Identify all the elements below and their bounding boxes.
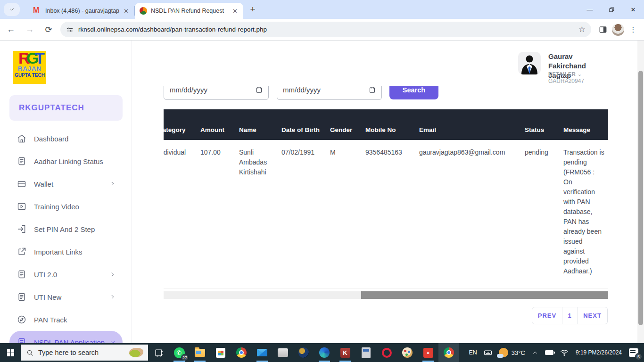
close-window-button[interactable]: ✕ — [622, 0, 644, 19]
restore-button[interactable] — [601, 0, 622, 19]
url-text: rknsdl.onlinepsa.com/dashboard/pan-trans… — [78, 26, 574, 33]
column-header-status: Status — [525, 109, 563, 140]
taskbar-scanner[interactable] — [272, 343, 293, 362]
document-icon — [17, 270, 26, 279]
taskbar-photos-app[interactable] — [293, 343, 314, 362]
network-indicator[interactable] — [557, 343, 572, 362]
site-settings-icon[interactable] — [66, 26, 74, 33]
calendar-icon[interactable] — [369, 86, 376, 93]
header-bar: Gaurav Fakirchand Jagtap RETAILER ⌄ GAUR… — [132, 41, 637, 86]
tab-gmail[interactable]: Inbox (4,486) - gauravjagtap86 ✕ — [28, 3, 134, 19]
video-icon — [17, 202, 26, 211]
sidebar-item-label: UTI 2.0 — [34, 271, 57, 279]
calculator-icon — [362, 347, 371, 358]
sidebar-item-label: Set PIN And 2 Step — [34, 225, 95, 233]
taskbar-edge[interactable] — [314, 343, 335, 362]
cell-gender: M — [330, 140, 365, 288]
sidebar-item-uti-new[interactable]: UTI New — [9, 286, 123, 308]
next-page-button[interactable]: NEXT — [577, 307, 607, 324]
taskbar-chrome-active[interactable] — [438, 343, 459, 362]
keyboard-button[interactable] — [480, 343, 495, 362]
tab-search-button[interactable] — [4, 3, 20, 16]
sidebar-item-wallet[interactable]: Wallet — [9, 173, 123, 195]
taskbar-mail[interactable] — [252, 343, 272, 362]
taskbar-red-k-app[interactable]: K — [335, 343, 355, 362]
company-logo: RGT RAJAN GUPTA TECH — [13, 51, 46, 84]
sidebar-item-training-video[interactable]: Training Video — [9, 195, 123, 218]
sidebar-item-label: Training Video — [34, 203, 79, 211]
task-view-button[interactable] — [148, 343, 169, 362]
gmail-icon — [33, 8, 41, 14]
search-icon — [26, 349, 33, 356]
windows-taskbar: Type here to search ✆ 27 K » EN 33°C — [0, 343, 644, 362]
sidebar-item-label: Aadhar Linking Status — [34, 157, 103, 165]
sidebar-item-pan-track[interactable]: PAN Track — [9, 308, 123, 331]
reload-button[interactable]: ⟳ — [41, 22, 57, 38]
battery-indicator[interactable] — [542, 343, 557, 362]
date-to-input[interactable] — [283, 86, 354, 94]
taskbar-whatsapp[interactable]: ✆ 27 — [169, 343, 190, 362]
user-role[interactable]: RETAILER ⌄ — [548, 71, 582, 77]
sidebar-item-dashboard[interactable]: Dashboard — [9, 127, 123, 150]
minimize-button[interactable]: — — [579, 0, 601, 19]
user-role-label: RETAILER — [548, 71, 576, 77]
sidebar-item-set-pin[interactable]: Set PIN And 2 Step — [9, 218, 123, 240]
taskbar-file-explorer[interactable] — [190, 343, 210, 362]
logo-letter-r: R — [18, 51, 26, 67]
table-horizontal-scrollbar[interactable] — [164, 291, 608, 299]
brand-name[interactable]: RKGUPTATECH — [9, 95, 123, 121]
back-button[interactable]: ← — [3, 22, 19, 38]
side-panel-icon — [599, 25, 607, 34]
taskbar-search-box[interactable]: Type here to search — [21, 345, 148, 361]
prev-page-button[interactable]: PREV — [532, 307, 562, 324]
browser-toolbar: ← → ⟳ rknsdl.onlinepsa.com/dashboard/pan… — [0, 19, 644, 41]
taskbar-chrome[interactable] — [231, 343, 252, 362]
page-vertical-scrollbar[interactable] — [637, 41, 644, 343]
sidebar-item-important-links[interactable]: Important Links — [9, 240, 123, 263]
weather-widget[interactable]: 33°C — [495, 343, 528, 362]
red-arrows-app-icon: » — [423, 348, 433, 358]
search-highlight-icon[interactable] — [128, 347, 144, 358]
forward-button[interactable]: → — [22, 22, 38, 38]
table-row[interactable]: Individual 107.00 Sunli Ambadas Kirtisha… — [164, 140, 608, 288]
system-tray: EN 33°C 9:19 PM 2/26/2024 5 — [465, 343, 644, 362]
browser-profile-avatar[interactable] — [612, 24, 624, 36]
tray-expand-button[interactable] — [528, 343, 542, 362]
bookmark-star-icon[interactable]: ☆ — [578, 25, 586, 34]
taskbar-paint[interactable] — [397, 343, 418, 362]
omnibox[interactable]: rknsdl.onlinepsa.com/dashboard/pan-trans… — [60, 22, 591, 37]
clock[interactable]: 9:19 PM 2/26/2024 — [572, 343, 626, 362]
compass-icon — [17, 315, 26, 324]
close-tab-icon[interactable]: ✕ — [231, 8, 239, 15]
store-icon — [216, 348, 225, 358]
close-tab-icon[interactable]: ✕ — [123, 8, 130, 15]
user-avatar[interactable] — [518, 52, 541, 74]
page-number-button[interactable]: 1 — [562, 307, 577, 324]
tab-title: Inbox (4,486) - gauravjagtap86 — [45, 8, 119, 14]
calendar-icon[interactable] — [256, 86, 263, 93]
cell-name: Sunli Ambadas Kirtishahi — [239, 140, 281, 288]
new-tab-button[interactable]: + — [246, 3, 259, 16]
scrollbar-thumb[interactable] — [638, 71, 643, 325]
scrollbar-thumb[interactable] — [361, 291, 608, 299]
taskbar-opera[interactable] — [376, 343, 397, 362]
sidebar-item-uti-20[interactable]: UTI 2.0 — [9, 263, 123, 286]
notification-center-button[interactable]: 5 — [626, 343, 644, 362]
nsdl-favicon — [140, 7, 147, 15]
language-indicator[interactable]: EN — [465, 343, 480, 362]
browser-menu-button[interactable]: ⋮ — [626, 23, 640, 37]
side-panel-button[interactable] — [596, 23, 610, 37]
time: 9:19 PM — [576, 349, 597, 356]
taskbar-red-arrows-app[interactable]: » — [418, 343, 438, 362]
taskbar-calculator[interactable] — [355, 343, 376, 362]
tab-nsdl-active[interactable]: NSDL PAN Refund Request ✕ — [135, 3, 243, 19]
sidebar-item-aadhar-linking-status[interactable]: Aadhar Linking Status — [9, 150, 123, 173]
taskbar-microsoft-store[interactable] — [210, 343, 231, 362]
sidebar: RGT RAJAN GUPTA TECH RKGUPTATECH Dashboa… — [0, 41, 132, 343]
date-from-input[interactable] — [170, 86, 240, 94]
wifi-icon — [560, 349, 569, 356]
refund-table: Category Amount Name Date of Birth Gende… — [164, 109, 608, 291]
start-button[interactable] — [0, 343, 21, 362]
user-id: GAURA20947 — [548, 78, 584, 84]
notification-badge: 5 — [635, 353, 642, 360]
